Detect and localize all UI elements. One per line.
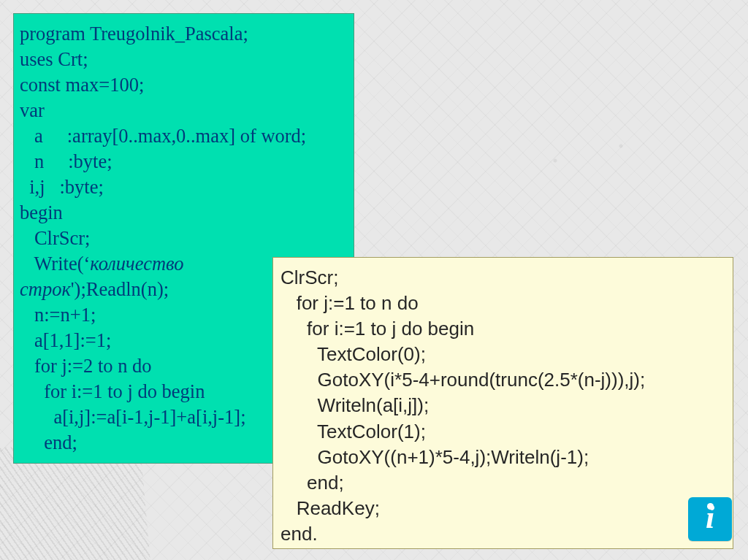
info-button[interactable]: i <box>688 497 732 541</box>
code-line: for i:=1 to j do begin <box>280 318 474 340</box>
code-line: var <box>20 99 45 121</box>
code-line: const max=100; <box>20 74 144 96</box>
code-line: uses Crt; <box>20 48 88 70</box>
code-line: строк');Readln(n); <box>20 278 169 300</box>
code-line: ClrScr; <box>20 227 90 249</box>
code-line: GotoXY(i*5-4+round(trunc(2.5*(n-j))),j); <box>280 369 645 391</box>
code-line: n:=n+1; <box>20 304 96 326</box>
code-line: TextColor(1); <box>280 421 426 442</box>
code-line: for j:=2 to n do <box>20 355 152 377</box>
code-line: program Treugolnik_Pascala; <box>20 23 248 45</box>
code-line: n :byte; <box>20 150 112 172</box>
code-line: i,j :byte; <box>20 176 104 198</box>
code-line: Write(‘количество <box>20 253 183 275</box>
code-line: end. <box>280 523 318 545</box>
code-line: ClrScr; <box>280 266 338 288</box>
code-fragment: ');Readln(n); <box>71 278 169 300</box>
code-line: for i:=1 to j do begin <box>20 380 205 402</box>
info-icon: i <box>706 502 714 534</box>
code-line: GotoXY((n+1)*5-4,j);Writeln(j-1); <box>280 446 589 468</box>
code-line: end; <box>280 472 344 494</box>
code-line: TextColor(0); <box>280 343 426 365</box>
code-line: begin <box>20 202 63 223</box>
code-line: for j:=1 to n do <box>280 292 419 314</box>
code-line: end; <box>20 431 77 453</box>
code-box-right: ClrScr; for j:=1 to n do for i:=1 to j d… <box>272 257 733 549</box>
code-line: Writeln(a[i,j]); <box>280 394 429 416</box>
code-fragment-italic: строк <box>20 278 71 300</box>
code-line: a[1,1]:=1; <box>20 329 111 351</box>
code-line: a :array[0..max,0..max] of word; <box>20 125 306 147</box>
code-line: a[i,j]:=a[i-1,j-1]+a[i,j-1]; <box>20 406 246 428</box>
code-fragment: Write(‘ <box>20 253 90 275</box>
code-line: ReadKey; <box>280 497 380 519</box>
code-fragment-italic: количество <box>90 253 183 275</box>
